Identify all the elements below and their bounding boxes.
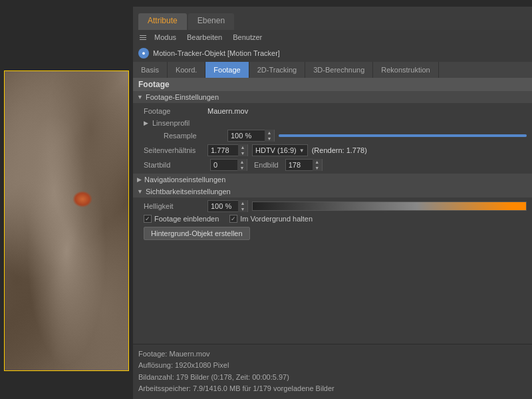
tracker-icon: ● [138, 48, 149, 59]
aspect-row: Seitenverhältnis ▲ ▼ HDTV (16:9) ▼ [133, 143, 532, 158]
endbild-arrows: ▲ ▼ [313, 159, 322, 171]
resample-row: Resample ▲ ▼ [133, 128, 532, 143]
main-container: Attribute Ebenen Modus Bearbeiten Benutz… [0, 0, 532, 399]
resample-down[interactable]: ▼ [265, 136, 274, 142]
top-empty-bar [0, 0, 133, 27]
resample-input[interactable] [228, 131, 265, 140]
helligkeit-label: Helligkeit [144, 202, 203, 210]
start-down[interactable]: ▼ [237, 165, 247, 171]
helligkeit-input[interactable] [208, 201, 238, 211]
menu-modus[interactable]: Modus [150, 32, 180, 43]
endbild-field[interactable]: ▲ ▼ [285, 159, 323, 171]
startend-row: Startbild ▲ ▼ Endbild ▲ [133, 158, 532, 172]
endbild-input[interactable] [286, 160, 313, 170]
menu-line3 [140, 39, 146, 40]
footage-einblenden-check[interactable]: ✓ Footage einblenden [144, 215, 219, 223]
aspect-arrows: ▲ ▼ [238, 144, 247, 156]
resample-arrows: ▲ ▼ [265, 130, 274, 142]
resample-track [279, 134, 527, 137]
startbild-field[interactable]: ▲ ▼ [210, 159, 247, 171]
status-line2: Auflösung: 1920x1080 Pixel [138, 360, 527, 372]
helligkeit-arrows: ▲ ▼ [238, 200, 247, 212]
main-tabs: Attribute Ebenen [133, 7, 532, 30]
tracker-title: Motion-Tracker-Objekt [Motion Tracker] [153, 49, 280, 57]
end-up[interactable]: ▲ [313, 159, 322, 165]
resample-up[interactable]: ▲ [265, 130, 274, 136]
startbild-input[interactable] [211, 160, 237, 170]
vordergrund-checkbox[interactable]: ✓ [229, 215, 237, 223]
footage-checkbox[interactable]: ✓ [144, 215, 152, 223]
hdtv-dropdown[interactable]: HDTV (16:9) ▼ [252, 144, 308, 156]
checkboxes-row: ✓ Footage einblenden ✓ Im Vordergrund ha… [133, 213, 532, 224]
startbild-label: Startbild [144, 161, 203, 169]
vordergrund-label: Im Vordergrund halten [240, 215, 313, 223]
hdtv-label: HDTV (16:9) [255, 146, 297, 154]
status-line3: Bildanzahl: 179 Bilder (0:178, Zeit: 00:… [138, 372, 527, 384]
menu-bearbeiten[interactable]: Bearbeiten [183, 32, 226, 43]
hintergrund-button[interactable]: Hintergrund-Objekt erstellen [144, 227, 250, 240]
footage-einstellungen-group: ▼ Footage-Einstellungen Footage Mauern.m… [133, 91, 532, 174]
footage-einstellungen-title[interactable]: ▼ Footage-Einstellungen [133, 91, 532, 103]
nav-label: Navigationseinstellungen [144, 176, 225, 184]
linsenprofil-label: Linsenprofil [152, 119, 212, 127]
tab-attribute[interactable]: Attribute [138, 13, 187, 30]
startbild-arrows: ▲ ▼ [237, 159, 247, 171]
sichtbarkeit-content: Helligkeit ▲ ▼ [133, 198, 532, 244]
footage-label: Footage [144, 107, 203, 115]
brightness-bar[interactable] [252, 201, 527, 211]
helligkeit-row: Helligkeit ▲ ▼ [133, 199, 532, 213]
helligkeit-field[interactable]: ▲ ▼ [207, 200, 248, 212]
sichtbarkeit-title[interactable]: ▼ Sichtbarkeitseinstellungen [133, 186, 532, 198]
sichtbarkeit-group: ▼ Sichtbarkeitseinstellungen Helligkeit … [133, 186, 532, 244]
hell-up[interactable]: ▲ [238, 200, 247, 206]
subtab-footage[interactable]: Footage [205, 62, 249, 78]
aspect-label: Seitenverhältnis [144, 146, 203, 154]
top-spacer [133, 0, 532, 7]
aspect-up[interactable]: ▲ [238, 144, 247, 150]
endbild-label: Endbild [254, 161, 279, 169]
resample-field[interactable]: ▲ ▼ [227, 130, 275, 142]
end-down[interactable]: ▼ [313, 165, 322, 171]
tab-ebenen[interactable]: Ebenen [188, 13, 234, 30]
subtab-3dberechnung[interactable]: 3D-Berechnung [305, 62, 373, 78]
linsenprofil-row: ▶ Linsenprofil [133, 118, 532, 128]
menu-bar: Modus Bearbeiten Benutzer [133, 30, 532, 45]
lens-arrow-icon: ▶ [144, 120, 148, 126]
navigation-group: ▶ Navigationseinstellungen [133, 174, 532, 186]
sicht-arrow-icon: ▼ [137, 188, 143, 195]
footage-einstellungen-content: Footage Mauern.mov ▶ Linsenprofil Resamp… [133, 103, 532, 174]
group-label: Footage-Einstellungen [146, 93, 219, 101]
hell-down[interactable]: ▼ [238, 206, 247, 212]
resample-slider[interactable] [279, 134, 527, 137]
right-panel: Attribute Ebenen Modus Bearbeiten Benutz… [133, 0, 532, 399]
navigation-title[interactable]: ▶ Navigationseinstellungen [133, 174, 532, 186]
menu-line1 [140, 35, 146, 36]
status-line4: Arbeitsspeicher: 7.9/1416.0 MB für 1/179… [138, 383, 527, 395]
brightness-indicator [519, 203, 524, 209]
resample-fill [279, 134, 527, 137]
menu-icon [138, 34, 148, 41]
aspect-field[interactable]: ▲ ▼ [207, 144, 248, 156]
subtab-basis[interactable]: Basis [133, 62, 168, 78]
footage-row: Footage Mauern.mov [133, 104, 532, 118]
subtab-koord[interactable]: Koord. [168, 62, 205, 78]
vordergrund-check[interactable]: ✓ Im Vordergrund halten [229, 215, 313, 223]
sicht-label: Sichtbarkeitseinstellungen [146, 188, 231, 196]
footage-preview [4, 70, 129, 371]
content-area: ▼ Footage-Einstellungen Footage Mauern.m… [133, 91, 532, 344]
status-line1: Footage: Mauern.mov [138, 348, 527, 360]
footage-section-header: Footage [133, 78, 532, 91]
render-label: (Rendern: 1.778) [312, 146, 367, 154]
footage-value: Mauern.mov [207, 107, 248, 115]
menu-line2 [140, 37, 146, 38]
arrow-icon: ▼ [137, 94, 143, 100]
sub-tabs: Basis Koord. Footage 2D-Tracking 3D-Bere… [133, 62, 532, 78]
subtab-rekonstruktion[interactable]: Rekonstruktion [373, 62, 438, 78]
aspect-input[interactable] [208, 146, 238, 155]
footage-einblenden-label: Footage einblenden [154, 215, 219, 223]
menu-benutzer[interactable]: Benutzer [229, 32, 266, 43]
start-up[interactable]: ▲ [237, 159, 247, 165]
aspect-down[interactable]: ▼ [238, 150, 247, 156]
stone-texture [5, 71, 128, 370]
subtab-2dtracking[interactable]: 2D-Tracking [249, 62, 306, 78]
